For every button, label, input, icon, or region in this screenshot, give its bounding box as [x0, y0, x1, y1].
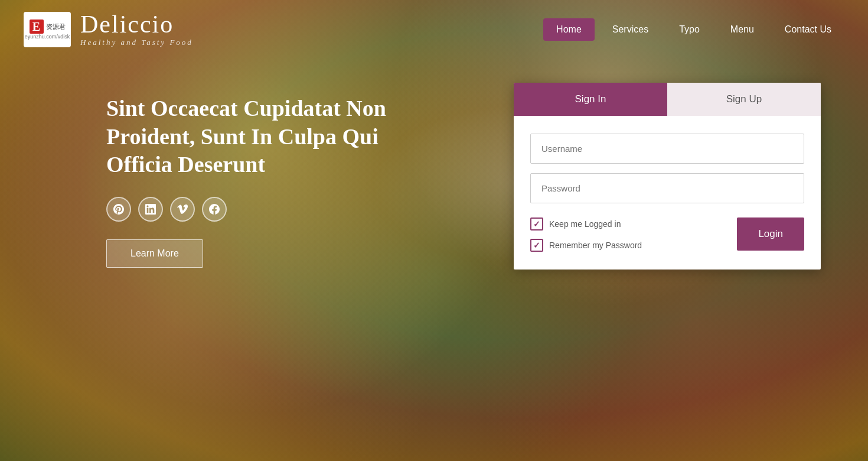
- brand-subtitle: Healthy and Tasty Food: [80, 38, 193, 47]
- auth-panel: Sign In Sign Up Keep me Logged in Rememb…: [514, 83, 821, 270]
- password-input[interactable]: [530, 173, 804, 203]
- remember-password-checkbox[interactable]: [530, 239, 543, 252]
- auth-options: Keep me Logged in Remember my Password L…: [530, 217, 804, 252]
- remember-password-row[interactable]: Remember my Password: [530, 239, 642, 252]
- nav-item-menu[interactable]: Menu: [717, 18, 767, 41]
- login-button[interactable]: Login: [737, 217, 804, 251]
- facebook-icon[interactable]: [202, 197, 227, 222]
- pinterest-icon[interactable]: [106, 197, 131, 222]
- brand-title: Deliccio: [80, 12, 193, 37]
- auth-body: Keep me Logged in Remember my Password L…: [514, 116, 821, 270]
- nav-item-contact[interactable]: Contact Us: [772, 18, 844, 41]
- main-nav: Home Services Typo Menu Contact Us: [543, 18, 844, 41]
- hero-text-section: Sint Occaecat Cupidatat Non Proident, Su…: [106, 83, 402, 268]
- keep-logged-in-row[interactable]: Keep me Logged in: [530, 217, 642, 230]
- keep-logged-in-label: Keep me Logged in: [549, 219, 621, 229]
- learn-more-button[interactable]: Learn More: [106, 239, 203, 268]
- logo-chinese-text: 资源君: [46, 22, 66, 31]
- auth-tabs: Sign In Sign Up: [514, 83, 821, 116]
- hero-heading: Sint Occaecat Cupidatat Non Proident, Su…: [106, 95, 402, 179]
- linkedin-icon[interactable]: [138, 197, 163, 222]
- nav-item-typo[interactable]: Typo: [666, 18, 713, 41]
- header: E 资源君 eyunzhu.com/vdisk Deliccio Healthy…: [0, 0, 868, 59]
- checkboxes: Keep me Logged in Remember my Password: [530, 217, 642, 252]
- logo-url-text: eyunzhu.com/vdisk: [25, 34, 70, 40]
- keep-logged-in-checkbox[interactable]: [530, 217, 543, 230]
- sign-in-tab[interactable]: Sign In: [514, 83, 667, 116]
- brand-name: Deliccio Healthy and Tasty Food: [80, 12, 193, 47]
- vimeo-icon[interactable]: [170, 197, 195, 222]
- main-content: Sint Occaecat Cupidatat Non Proident, Su…: [0, 59, 868, 461]
- social-icons: [106, 197, 402, 222]
- remember-password-label: Remember my Password: [549, 241, 642, 250]
- sign-up-tab[interactable]: Sign Up: [667, 83, 821, 116]
- logo-e-letter: E: [30, 20, 44, 34]
- nav-item-home[interactable]: Home: [543, 18, 595, 41]
- logo-badge: E 资源君 eyunzhu.com/vdisk: [24, 12, 71, 47]
- nav-item-services[interactable]: Services: [599, 18, 661, 41]
- logo-area: E 资源君 eyunzhu.com/vdisk Deliccio Healthy…: [24, 12, 193, 47]
- username-input[interactable]: [530, 134, 804, 164]
